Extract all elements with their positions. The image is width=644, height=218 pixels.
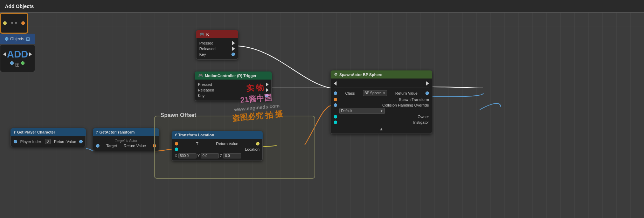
struct-in-pin[interactable]: [3, 21, 7, 25]
title-text: Add Objects: [5, 4, 34, 9]
spawn-instigator-row: Instigator: [334, 120, 429, 125]
k-node-header: 🎮 K: [196, 30, 238, 38]
expand-icon[interactable]: ▲: [379, 127, 383, 131]
objects-node[interactable]: Objects ⊞: [0, 34, 35, 44]
k-pressed-row: Pressed: [199, 40, 235, 46]
transform-loc-pin[interactable]: [175, 148, 178, 151]
objects-pin-left[interactable]: [5, 37, 8, 41]
transform-location-icon: f: [175, 133, 176, 137]
add-grid-icon: ⊞: [15, 61, 20, 68]
connections-layer: [0, 13, 644, 218]
k-released-row: Released: [199, 46, 235, 52]
objects-grid-icon: ⊞: [26, 36, 30, 42]
get-player-body: Player Index 0 Return Value: [11, 136, 86, 147]
get-transform-body: Target is Actor Target Return Value: [93, 136, 159, 151]
spawn-actor-body: Class BP Sphere ▼ Return Value Spawn Tra…: [331, 79, 432, 134]
get-transform-icon: f: [96, 130, 98, 134]
spawn-class-pin[interactable]: [334, 91, 337, 95]
spawn-actor-header: ⚙ SpawnActor BP Sphere: [331, 70, 432, 79]
spawn-class-row: Class BP Sphere ▼ Return Value: [334, 89, 429, 97]
k-key-pin[interactable]: [231, 53, 235, 56]
get-player-header: f Get Player Character: [11, 128, 86, 136]
transform-t-in-pin[interactable]: [175, 142, 178, 145]
transform-target-pin[interactable]: [96, 144, 99, 148]
spawn-owner-pin[interactable]: [334, 115, 337, 118]
spawn-class-select[interactable]: BP Sphere ▼: [363, 90, 387, 96]
motion-key-row: Key: [198, 93, 269, 98]
spawn-transform-row: Spawn Transform: [334, 97, 429, 102]
transform-target-row: Target Return Value: [96, 143, 156, 149]
spawn-actor-node[interactable]: ⚙ SpawnActor BP Sphere Class BP Sphere ▼…: [331, 70, 432, 134]
k-icon: 🎮: [200, 32, 205, 36]
motion-pressed-pin[interactable]: [266, 82, 269, 87]
motion-node-body: Pressed Released Key: [195, 80, 272, 101]
make-struct-node[interactable]: • •: [0, 13, 28, 34]
add-exec-in[interactable]: [3, 52, 6, 56]
wm-line3: www.engineds.com: [231, 102, 282, 113]
k-node-body: Pressed Released Key: [196, 38, 238, 60]
spawn-exec-row: [334, 81, 429, 86]
get-player-icon: f: [14, 130, 15, 134]
spawn-collision-pin[interactable]: [334, 103, 337, 107]
add-exec-pins: ADD: [3, 49, 32, 60]
location-inputs: X 500.0 Y 0.0 Z 0.0: [175, 153, 259, 158]
get-player-character-node[interactable]: f Get Player Character Player Index 0 Re…: [11, 128, 86, 147]
get-actor-transform-node[interactable]: f GetActorTransform Target is Actor Targ…: [93, 128, 159, 151]
add-data-pins: ⊞: [10, 61, 25, 68]
collision-select[interactable]: Default ▼: [339, 108, 385, 114]
motion-key-pin[interactable]: [265, 94, 269, 97]
transform-location-body: T Return Value Location X 500.0 Y 0.0 Z …: [172, 139, 263, 161]
blueprint-canvas[interactable]: 🎮 K Pressed Released Key 🎮 MotionControl…: [0, 13, 644, 218]
add-data-in[interactable]: [10, 61, 14, 65]
motion-released-pin[interactable]: [266, 88, 269, 92]
class-dropdown-icon: ▼: [382, 91, 386, 95]
player-index-value[interactable]: 0: [45, 139, 51, 144]
y-field[interactable]: 0.0: [201, 153, 219, 158]
add-label: ADD: [7, 49, 28, 60]
get-player-return-pin[interactable]: [79, 140, 83, 143]
transform-location-node[interactable]: f Transform Location T Return Value Loca…: [172, 131, 263, 161]
transform-return-val-pin[interactable]: [256, 142, 259, 145]
player-index-row: Player Index 0 Return Value: [14, 138, 83, 145]
spawn-transform-pin[interactable]: [334, 98, 337, 101]
player-index-pin[interactable]: [14, 140, 17, 143]
spawn-owner-row: Owner: [334, 114, 429, 120]
x-field[interactable]: 500.0: [178, 153, 196, 158]
get-transform-header: f GetActorTransform: [93, 128, 159, 136]
spawn-return-pin[interactable]: [425, 91, 429, 95]
k-released-exec-pin[interactable]: [232, 47, 235, 51]
spawn-expand: ▲: [334, 125, 429, 131]
transform-t-row: T Return Value: [175, 141, 259, 147]
spawn-collision-row: Collision Handling Override: [334, 102, 429, 108]
spawn-exec-in-pin[interactable]: [334, 81, 337, 86]
k-pressed-exec-pin[interactable]: [232, 41, 235, 45]
transform-location-row: Location: [175, 147, 259, 152]
spawn-actor-icon: ⚙: [334, 72, 338, 77]
motion-node-header: 🎮 MotionController (R) Trigger: [195, 71, 272, 80]
add-node[interactable]: ADD ⊞: [0, 44, 35, 72]
motion-icon: 🎮: [198, 73, 203, 78]
struct-dots: • •: [11, 20, 17, 27]
k-node[interactable]: 🎮 K Pressed Released Key: [196, 30, 238, 60]
add-node-inner: ADD ⊞: [3, 49, 32, 68]
motion-released-row: Released: [198, 87, 269, 93]
motion-controller-node[interactable]: 🎮 MotionController (R) Trigger Pressed R…: [195, 71, 272, 101]
spawn-instigator-pin[interactable]: [334, 121, 337, 124]
motion-pressed-row: Pressed: [198, 82, 269, 87]
spawn-exec-out-pin[interactable]: [426, 81, 429, 86]
get-transform-subtext: Target is Actor: [96, 138, 156, 143]
add-exec-out[interactable]: [29, 52, 32, 56]
transform-location-header: f Transform Location: [172, 131, 263, 139]
spawn-offset-label: Spawn Offset: [160, 112, 196, 118]
title-bar: Add Objects: [0, 0, 644, 13]
struct-out-pin[interactable]: [21, 21, 25, 25]
z-field[interactable]: 0.0: [223, 153, 241, 158]
objects-label: Objects: [10, 36, 25, 41]
k-key-row: Key: [199, 52, 235, 57]
add-data-out[interactable]: [21, 61, 25, 65]
collision-dropdown-icon: ▼: [380, 109, 383, 113]
collision-select-container: Default ▼: [334, 108, 429, 114]
